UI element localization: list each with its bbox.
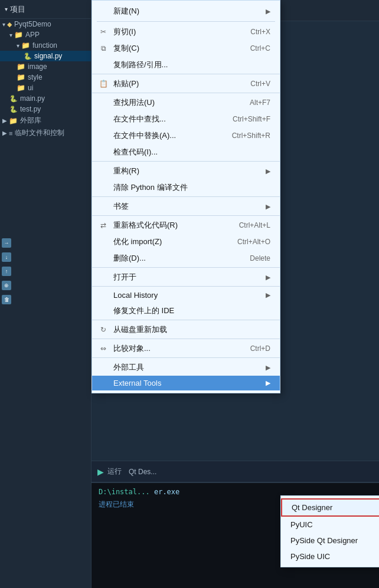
menu-label-inspect-code: 检查代码(I)...	[113, 147, 270, 157]
tree-label-test: test.py	[20, 105, 41, 113]
run-icon: ▶	[97, 467, 104, 477]
menu-label-optimize-imports: 优化 import(Z)	[113, 236, 226, 247]
run-label: 运行	[107, 467, 122, 477]
tree-label-temp: 临时文件和控制	[15, 128, 64, 138]
left-icon-2[interactable]: ↓	[2, 252, 11, 262]
tree-item-ui[interactable]: 📁 ui	[0, 83, 91, 93]
menu-label-copy: 复制(C)	[113, 43, 238, 54]
project-chevron-icon: ▾	[5, 6, 8, 12]
submenu-item-pyuic[interactable]: PyUIC	[281, 517, 379, 533]
submenu-label-pyside-qt-designer: PySide Qt Designer	[290, 536, 358, 545]
menu-label-cut: 剪切(I)	[113, 27, 238, 37]
folder-icon-image: 📁	[17, 63, 25, 71]
tree-item-pyqt5demo[interactable]: ▾ ◆ Pyqt5Demo	[0, 19, 91, 29]
run-bar: ▶ 运行 Qt Des...	[92, 461, 379, 482]
menu-item-bookmark[interactable]: 书签 ▶	[92, 198, 280, 216]
menu-shortcut-find-in-files: Ctrl+Shift+F	[233, 115, 270, 123]
menu-label-new: 新建(N)	[113, 6, 261, 17]
folder-icon-ui: 📁	[17, 84, 25, 92]
folder-icon-ext: 📁	[9, 117, 18, 125]
menu-item-refactor[interactable]: 重构(R) ▶	[92, 163, 280, 179]
tree-item-test-py[interactable]: 🐍 test.py	[0, 104, 91, 114]
tree-label-main: main.py	[20, 94, 45, 103]
menu-shortcut-replace-in-files: Ctrl+Shift+R	[232, 132, 270, 140]
terminal-exe-text: er.exe	[154, 488, 179, 496]
menu-shortcut-delete: Delete	[250, 254, 270, 262]
submenu-label-pyuic: PyUIC	[290, 520, 313, 529]
tree-item-app[interactable]: ▾ 📁 APP	[0, 29, 91, 40]
tree-item-image[interactable]: 📁 image	[0, 61, 91, 72]
submenu-item-pyside-uic[interactable]: PySide UIC	[281, 548, 379, 564]
qt-des-label: Qt Des...	[129, 468, 156, 476]
menu-item-inspect-code[interactable]: 检查代码(I)...	[92, 144, 280, 162]
menu-label-compare: 比较对象...	[113, 343, 238, 354]
tree-item-temp[interactable]: ▶ ≡ 临时文件和控制	[0, 127, 91, 139]
menu-arrow-ext-tools-en: ▶	[266, 379, 270, 387]
terminal-line-path: D:\instal... er.exe	[99, 488, 372, 496]
menu-item-local-history[interactable]: Local History ▶	[92, 288, 280, 303]
tree-item-style[interactable]: 📁 style	[0, 72, 91, 83]
folder-icon-app: 📁	[14, 31, 23, 39]
menu-item-external-tools-cn[interactable]: 外部工具 ▶	[92, 359, 280, 376]
menu-item-reformat[interactable]: ⇄ 重新格式化代码(R) Ctrl+Alt+L	[92, 217, 280, 234]
menu-shortcut-reformat: Ctrl+Alt+L	[239, 221, 270, 229]
left-icon-1[interactable]: →	[2, 238, 11, 248]
menu-item-compare[interactable]: ⇔ 比较对象... Ctrl+D	[92, 340, 280, 358]
menu-label-find-usage: 查找用法(U)	[113, 97, 238, 108]
left-icon-3[interactable]: ↑	[2, 267, 11, 276]
chevron-icon-function: ▾	[17, 42, 19, 49]
menu-label-refactor: 重构(R)	[113, 166, 261, 176]
menu-label-delete: 删除(D)...	[113, 253, 238, 264]
menu-label-replace-in-files: 在文件中替换(A)...	[113, 130, 220, 141]
tree-item-signal-py[interactable]: 🐍 signal.py	[0, 51, 91, 61]
tree-label-pyqt5demo: Pyqt5Demo	[14, 20, 51, 28]
tree-item-main-py[interactable]: 🐍 main.py	[0, 93, 91, 104]
menu-label-reformat: 重新格式化代码(R)	[113, 220, 227, 231]
chevron-icon-ext: ▶	[2, 117, 7, 124]
reformat-icon: ⇄	[98, 220, 109, 231]
menu-item-replace-in-files[interactable]: 在文件中替换(A)... Ctrl+Shift+R	[92, 127, 280, 144]
tree-label-function: function	[32, 41, 57, 50]
menu-item-find-usage[interactable]: 查找用法(U) Alt+F7	[92, 94, 280, 111]
menu-item-find-in-files[interactable]: 在文件中查找... Ctrl+Shift+F	[92, 111, 280, 127]
menu-item-optimize-imports[interactable]: 优化 import(Z) Ctrl+Alt+O	[92, 234, 280, 250]
tree-item-external-lib[interactable]: ▶ 📁 外部库	[0, 114, 91, 127]
py-icon-signal: 🐍	[24, 52, 32, 60]
menu-shortcut-optimize-imports: Ctrl+Alt+O	[237, 238, 270, 246]
menu-item-new[interactable]: 新建(N) ▶	[92, 3, 280, 19]
menu-item-paste[interactable]: 📋 粘贴(P) Ctrl+V	[92, 75, 280, 93]
scissors-icon: ✂	[98, 27, 109, 37]
tree-label-image: image	[28, 63, 47, 71]
menu-item-reload[interactable]: ↻ 从磁盘重新加载	[92, 321, 280, 339]
menu-item-repair-ide[interactable]: 修复文件上的 IDE	[92, 303, 280, 320]
reload-icon: ↻	[98, 324, 109, 335]
context-menu: 新建(N) ▶ ✂ 剪切(I) Ctrl+X ⧉ 复制(C) Ctrl+C 复制…	[92, 0, 280, 393]
menu-label-open-in: 打开于	[113, 272, 261, 282]
compare-icon: ⇔	[98, 343, 109, 354]
menu-item-copy[interactable]: ⧉ 复制(C) Ctrl+C	[92, 40, 280, 57]
menu-item-cut[interactable]: ✂ 剪切(I) Ctrl+X	[92, 24, 280, 40]
paste-icon: 📋	[98, 78, 109, 89]
submenu-label-qt-designer: Qt Designer	[292, 503, 332, 512]
tree-label-signal: signal.py	[34, 52, 62, 60]
menu-item-open-in[interactable]: 打开于 ▶	[92, 269, 280, 287]
submenu-item-qt-designer[interactable]: Qt Designer	[281, 498, 379, 517]
menu-arrow-bookmark: ▶	[266, 203, 270, 211]
tree-label-ui: ui	[28, 84, 33, 92]
menu-shortcut-cut: Ctrl+X	[250, 28, 270, 36]
menu-item-copy-path[interactable]: 复制路径/引用...	[92, 57, 280, 74]
tree-item-function[interactable]: ▾ 📁 function	[0, 40, 91, 51]
menu-item-clean-pyc[interactable]: 清除 Python 编译文件	[92, 179, 280, 197]
submenu-item-pyside-qt-designer[interactable]: PySide Qt Designer	[281, 533, 379, 548]
chevron-icon-app: ▾	[9, 32, 12, 38]
menu-item-external-tools-en[interactable]: External Tools ▶	[92, 376, 280, 390]
menu-item-delete[interactable]: 删除(D)... Delete	[92, 250, 280, 268]
left-icon-4[interactable]: ⊕	[2, 281, 11, 290]
menu-arrow-local-history: ▶	[266, 291, 270, 299]
menu-label-reload: 从磁盘重新加载	[113, 324, 270, 335]
left-icon-5[interactable]: 🗑	[2, 295, 11, 304]
chevron-icon: ▾	[2, 21, 5, 28]
menu-label-external-tools-cn: 外部工具	[113, 362, 261, 373]
menu-arrow-ext-tools: ▶	[266, 364, 270, 372]
menu-arrow-new: ▶	[266, 8, 270, 15]
